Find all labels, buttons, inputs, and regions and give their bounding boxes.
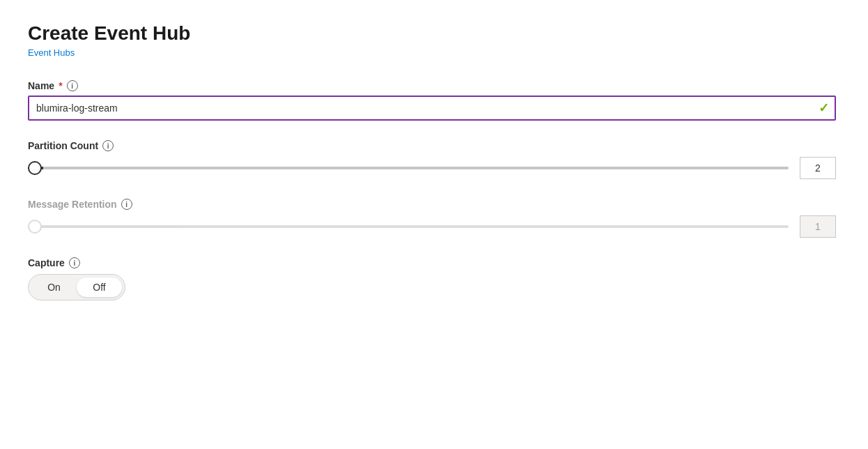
message-retention-slider-container [28,225,789,228]
partition-count-label-text: Partition Count [28,140,98,151]
capture-label: Capture i [28,257,836,268]
partition-count-slider[interactable] [28,167,789,169]
name-required-indicator: * [59,80,62,91]
name-label-text: Name [28,80,54,91]
form-section: Name * i ✓ Partition Count i 2 Message R… [28,80,836,300]
name-field-group: Name * i ✓ [28,80,836,121]
message-retention-field-group: Message Retention i 1 [28,199,836,238]
message-retention-label: Message Retention i [28,199,836,210]
message-retention-slider-row: 1 [28,215,836,238]
name-input[interactable] [28,96,836,121]
capture-info-icon[interactable]: i [69,257,80,268]
partition-count-label: Partition Count i [28,140,836,151]
partition-count-field-group: Partition Count i 2 [28,140,836,179]
capture-toggle-on[interactable]: On [31,277,77,297]
breadcrumb[interactable]: Event Hubs [28,47,840,58]
name-info-icon[interactable]: i [67,80,78,91]
message-retention-value-box: 1 [800,215,836,238]
name-label: Name * i [28,80,836,91]
partition-count-info-icon[interactable]: i [102,140,114,151]
message-retention-label-text: Message Retention [28,199,117,210]
capture-label-text: Capture [28,257,65,268]
message-retention-info-icon[interactable]: i [121,199,132,210]
partition-count-slider-container [28,167,789,169]
name-validation-check-icon: ✓ [819,100,829,116]
name-input-wrapper: ✓ [28,96,836,121]
capture-toggle[interactable]: On Off [28,274,125,300]
page-title: Create Event Hub [28,22,840,45]
partition-count-slider-row: 2 [28,157,836,179]
message-retention-slider[interactable] [28,225,789,228]
capture-toggle-off[interactable]: Off [77,277,122,297]
capture-field-group: Capture i On Off [28,257,836,300]
partition-count-value-box: 2 [800,157,836,179]
